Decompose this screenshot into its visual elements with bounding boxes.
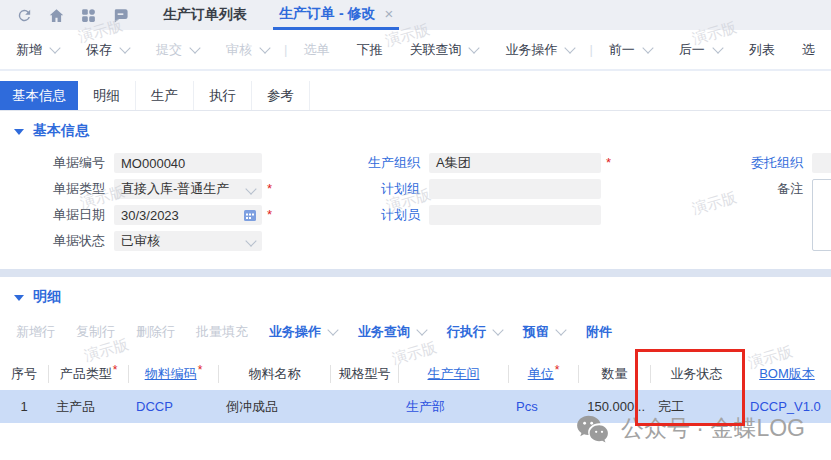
submit-button: 提交 xyxy=(156,41,199,59)
table-header-row: 序号 产品类型* 物料编码* 物料名称 规格型号 生产车间 单位* 数量 业务状… xyxy=(0,357,831,390)
chevron-down-icon[interactable] xyxy=(492,324,503,335)
cell-unit[interactable]: Pcs xyxy=(508,399,578,414)
chevron-down-icon[interactable] xyxy=(416,324,427,335)
tab-basic-info[interactable]: 基本信息 xyxy=(0,81,78,110)
chevron-down-icon[interactable] xyxy=(565,42,576,53)
tab-execution[interactable]: 执行 xyxy=(194,81,252,110)
close-tab-icon[interactable]: × xyxy=(384,5,393,22)
window-tab-order-edit[interactable]: 生产订单 - 修改 × xyxy=(273,0,399,30)
col-label: BOM版本 xyxy=(759,365,815,383)
prev-button[interactable]: 前一 xyxy=(609,41,652,59)
sync-icon[interactable] xyxy=(16,7,33,24)
detail-section-header[interactable]: 明细 xyxy=(0,277,831,306)
chevron-down-icon[interactable] xyxy=(642,42,653,53)
doc-no-label: 单据编号 xyxy=(10,153,114,173)
cell-workshop[interactable]: 生产部 xyxy=(398,398,508,416)
basic-form: 单据编号 MO000040 单据类型 直接入库-普通生产 * 单据日期 30/3… xyxy=(0,149,831,257)
window-tab-label: 生产订单列表 xyxy=(163,6,247,24)
col-material-code[interactable]: 物料编码* xyxy=(128,365,218,383)
col-material-name[interactable]: 物料名称 xyxy=(218,365,330,383)
doc-no-input[interactable]: MO000040 xyxy=(114,153,262,173)
next-label: 后一 xyxy=(679,41,705,59)
cell-material-name[interactable]: 倒冲成品 xyxy=(218,398,330,416)
calendar-icon[interactable] xyxy=(243,208,257,222)
tab-reference[interactable]: 参考 xyxy=(252,81,310,110)
toolbar-spacer xyxy=(0,71,831,81)
options-button[interactable]: 选 xyxy=(802,41,815,59)
batch-fill-button: 批量填充 xyxy=(196,323,248,341)
prod-org-label[interactable]: 生产组织 xyxy=(350,153,429,173)
col-label: 序号 xyxy=(11,365,37,383)
doc-type-value: 直接入库-普通生产 xyxy=(121,180,229,198)
col-label: 物料编码 xyxy=(145,365,197,383)
save-label: 保存 xyxy=(86,41,112,59)
collapse-triangle-icon[interactable] xyxy=(14,129,24,135)
doc-date-input[interactable]: 30/3/2023 xyxy=(114,205,262,225)
reserve-button[interactable]: 预留 xyxy=(523,323,565,341)
chevron-down-icon[interactable] xyxy=(245,183,256,194)
plan-group-label[interactable]: 计划组 xyxy=(350,179,429,199)
remark-textarea[interactable] xyxy=(812,179,831,251)
audit-label: 审核 xyxy=(226,41,252,59)
cell-seq[interactable]: 1 xyxy=(0,399,48,414)
detail-biz-query-button[interactable]: 业务查询 xyxy=(358,323,426,341)
chevron-down-icon[interactable] xyxy=(469,42,480,53)
planner-label[interactable]: 计划员 xyxy=(350,205,429,225)
basic-section-header[interactable]: 基本信息 xyxy=(0,111,831,140)
chevron-down-icon xyxy=(259,42,270,53)
collapse-triangle-icon[interactable] xyxy=(14,295,24,301)
push-down-button[interactable]: 下推 xyxy=(356,41,382,59)
planner-input[interactable] xyxy=(429,205,601,225)
doc-type-select[interactable]: 直接入库-普通生产 xyxy=(114,179,262,199)
cell-product-type[interactable]: 主产品 xyxy=(48,398,128,416)
options-label: 选 xyxy=(802,41,815,59)
entrust-org-label[interactable]: 委托组织 xyxy=(733,153,812,173)
col-bom-version[interactable]: BOM版本 xyxy=(742,365,831,383)
message-icon[interactable] xyxy=(112,7,129,24)
chevron-down-icon[interactable] xyxy=(555,324,566,335)
doc-status-select[interactable]: 已审核 xyxy=(114,231,262,251)
col-unit[interactable]: 单位* xyxy=(508,365,578,383)
tab-detail[interactable]: 明细 xyxy=(78,81,136,110)
chevron-down-icon[interactable] xyxy=(49,42,60,53)
col-qty[interactable]: 数量 xyxy=(578,365,650,383)
biz-operation-label: 业务操作 xyxy=(505,41,557,59)
col-product-type[interactable]: 产品类型* xyxy=(48,365,128,383)
col-label: 产品类型 xyxy=(60,365,112,383)
row-execution-label: 行执行 xyxy=(447,323,486,341)
plan-group-input[interactable] xyxy=(429,179,601,199)
view-tab-bar: 基本信息 明细 生产 执行 参考 xyxy=(0,81,831,111)
detail-biz-operation-button[interactable]: 业务操作 xyxy=(269,323,337,341)
pick-order-button: 选单 xyxy=(303,41,329,59)
save-button[interactable]: 保存 xyxy=(86,41,129,59)
add-row-button: 新增行 xyxy=(16,323,55,341)
cell-qty[interactable]: 150.000... xyxy=(578,399,650,414)
chevron-down-icon[interactable] xyxy=(119,42,130,53)
next-button[interactable]: 后一 xyxy=(679,41,722,59)
cell-bom-version[interactable]: DCCP_V1.0 xyxy=(742,399,831,414)
window-tab-label: 生产订单 - 修改 xyxy=(279,5,375,23)
cell-material-code[interactable]: DCCP xyxy=(128,399,218,414)
col-biz-status[interactable]: 业务状态 xyxy=(650,365,742,383)
related-query-button[interactable]: 关联查询 xyxy=(409,41,478,59)
biz-operation-button[interactable]: 业务操作 xyxy=(505,41,574,59)
chevron-down-icon[interactable] xyxy=(327,324,338,335)
app-icon-group xyxy=(0,0,129,30)
new-button[interactable]: 新增 xyxy=(16,41,59,59)
attachment-button[interactable]: 附件 xyxy=(586,323,612,341)
col-seq[interactable]: 序号 xyxy=(0,365,48,383)
prod-org-input[interactable]: A集团 xyxy=(429,153,601,173)
tab-production[interactable]: 生产 xyxy=(136,81,194,110)
col-workshop[interactable]: 生产车间 xyxy=(398,365,508,383)
row-execution-button[interactable]: 行执行 xyxy=(447,323,502,341)
app-grid-icon[interactable] xyxy=(80,7,97,24)
chevron-down-icon[interactable] xyxy=(245,235,256,246)
home-icon[interactable] xyxy=(48,7,65,24)
entrust-org-input[interactable] xyxy=(812,153,831,173)
col-spec[interactable]: 规格型号 xyxy=(330,365,398,383)
chevron-down-icon[interactable] xyxy=(712,42,723,53)
window-tab-order-list[interactable]: 生产订单列表 xyxy=(157,0,253,30)
toolbar-separator: | xyxy=(589,42,592,57)
audit-button: 审核 xyxy=(226,41,269,59)
list-button[interactable]: 列表 xyxy=(749,41,775,59)
